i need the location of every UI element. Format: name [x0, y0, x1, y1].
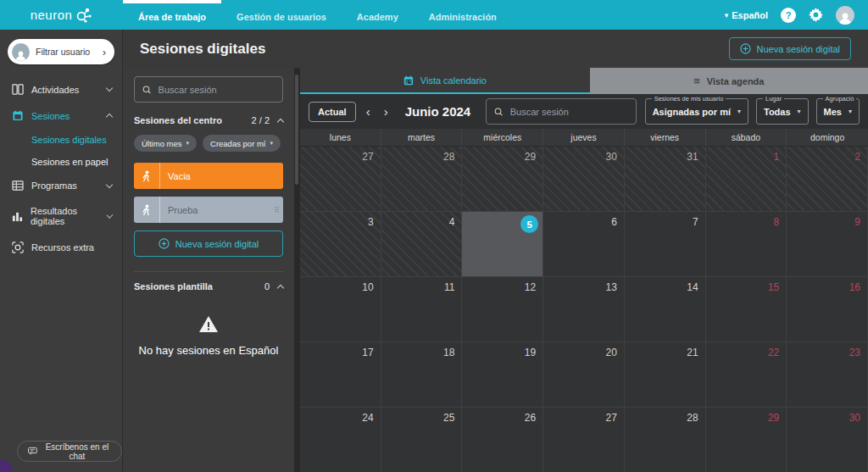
- calendar-area: Vista calendario ≡ Vista agenda Actual ‹…: [300, 68, 868, 472]
- day-number: 26: [525, 412, 536, 424]
- calendar-day-cell[interactable]: 25: [381, 408, 463, 472]
- calendar-day-cell[interactable]: 30: [787, 408, 868, 472]
- filter-dropdown-sesiones[interactable]: Sesiones de mis usuarioAsignadas por mí▾: [645, 98, 748, 125]
- top-nav-item[interactable]: Academy: [342, 0, 414, 30]
- calendar-filters: Sesiones de mis usuarioAsignadas por mí▾…: [645, 98, 860, 125]
- panel-scrollbar[interactable]: [294, 68, 300, 472]
- calendar-day-cell[interactable]: 17: [300, 342, 381, 408]
- day-number: 19: [525, 347, 536, 358]
- calendar-icon: [403, 75, 414, 86]
- calendar-day-cell[interactable]: 22: [706, 342, 787, 408]
- calendar-day-cell[interactable]: 20: [543, 342, 625, 408]
- top-nav-item[interactable]: Gestión de usuarios: [221, 0, 342, 30]
- new-digital-session-button[interactable]: Nueva sesión digital: [729, 37, 851, 60]
- sidebar-subitem-sesiones-digitales[interactable]: Sesiones digitales: [0, 129, 122, 151]
- calendar-toolbar: Actual ‹ › Junio 2024: [300, 94, 868, 129]
- session-card[interactable]: Vacia: [134, 163, 283, 189]
- calendar-day-cell[interactable]: 21: [625, 342, 706, 408]
- calendar-day-cell[interactable]: 19: [462, 342, 543, 408]
- session-search[interactable]: [134, 76, 283, 103]
- sidebar-item-label: Programas: [31, 180, 77, 191]
- top-nav-item[interactable]: Área de trabajo: [123, 0, 221, 30]
- filter-dropdown-lugar[interactable]: LugarTodas▾: [756, 98, 809, 125]
- calendar-day-cell[interactable]: 7: [625, 212, 706, 277]
- filter-dropdown-value: Mes: [824, 107, 842, 117]
- user-avatar[interactable]: [836, 6, 854, 25]
- sidebar-item-actividades[interactable]: Actividades: [0, 76, 122, 103]
- calendar-day-cell[interactable]: 10: [300, 277, 381, 342]
- chevron-right-icon: ›: [103, 46, 106, 58]
- calendar-day-cell[interactable]: 15: [706, 277, 787, 342]
- calendar-day-cell[interactable]: 8: [706, 212, 787, 277]
- calendar-day-cell: 4: [381, 212, 463, 277]
- template-sessions-header[interactable]: Sesiones plantilla 0: [134, 281, 283, 292]
- calendar-day-cell: 3: [300, 212, 381, 277]
- tab-vista-agenda[interactable]: ≡ Vista agenda: [590, 68, 868, 94]
- weekday-label: martes: [381, 129, 463, 146]
- calendar-day-cell[interactable]: 24: [300, 408, 381, 472]
- filter-dropdown-agrupació[interactable]: AgrupacióMes▾: [816, 98, 860, 125]
- gear-icon[interactable]: [809, 8, 823, 22]
- sidebar-item-sesiones[interactable]: Sesiones: [0, 103, 122, 129]
- warning-icon: [198, 315, 219, 333]
- filter-user-button[interactable]: Filtrar usuario ›: [8, 39, 114, 64]
- session-search-input[interactable]: [159, 85, 275, 95]
- sidebar-subitem-sesiones-en-papel[interactable]: Sesiones en papel: [0, 151, 122, 173]
- sidebar-item-recursos-extra[interactable]: Recursos extra: [0, 234, 122, 261]
- day-number: 4: [449, 216, 455, 228]
- sidebar-item-programas[interactable]: Programas: [0, 173, 122, 198]
- calendar-search-input[interactable]: [510, 107, 628, 117]
- plus-circle-icon: [159, 238, 170, 249]
- weekday-label: viernes: [625, 129, 706, 146]
- day-number: 5: [520, 215, 538, 233]
- calendar-day-cell[interactable]: 11: [381, 277, 463, 342]
- day-number: 27: [605, 412, 616, 424]
- day-number: 3: [368, 216, 374, 228]
- brand-logo[interactable]: neuron: [0, 0, 123, 30]
- today-button[interactable]: Actual: [309, 102, 356, 122]
- filter-chip[interactable]: Último mes▾: [134, 135, 197, 152]
- sidebar-submenu: Sesiones digitalesSesiones en papel: [0, 129, 122, 173]
- help-icon[interactable]: ?: [781, 8, 796, 23]
- chevron-down-icon: ▾: [737, 108, 741, 115]
- day-number: 17: [362, 347, 373, 358]
- calendar-day-cell-today[interactable]: 5: [462, 212, 543, 277]
- app-root: neuron Área de trabajoGestión de usuario…: [0, 0, 868, 472]
- next-month-button[interactable]: ›: [384, 105, 388, 118]
- day-number: 29: [768, 412, 779, 424]
- calendar-day-cell[interactable]: 9: [787, 212, 868, 277]
- calendar-day-cell[interactable]: 23: [787, 342, 868, 408]
- filter-dropdown-value: Todas: [764, 107, 791, 117]
- top-nav-item[interactable]: Administración: [414, 0, 512, 30]
- drag-handle-icon[interactable]: ⠿: [274, 206, 283, 214]
- chevron-down-icon: ▾: [849, 108, 852, 115]
- session-card-list: VaciaPrueba⠿: [134, 163, 283, 223]
- chat-button[interactable]: Escríbenos en el chat: [17, 441, 122, 462]
- filter-chip[interactable]: Creadas por mí▾: [203, 135, 281, 152]
- day-number: 31: [687, 151, 698, 163]
- session-card[interactable]: Prueba⠿: [134, 197, 283, 223]
- calendar-day-cell[interactable]: 28: [625, 408, 706, 472]
- calendar-day-cell[interactable]: 16: [787, 277, 868, 342]
- language-selector[interactable]: ▾ Español: [725, 10, 768, 20]
- calendar-day-cell[interactable]: 29: [706, 408, 787, 472]
- prev-month-button[interactable]: ‹: [366, 105, 370, 118]
- calendar-day-cell[interactable]: 6: [543, 212, 625, 277]
- calendar-day-cell: 27: [300, 147, 381, 212]
- programs-icon: [12, 180, 24, 191]
- calendar-day-cell[interactable]: 27: [543, 408, 625, 472]
- calendar-day-cell[interactable]: 13: [543, 277, 625, 342]
- chat-icon: [28, 447, 37, 456]
- chevron-up-icon: [277, 284, 284, 291]
- calendar-search[interactable]: [486, 98, 637, 125]
- calendar-day-cell[interactable]: 12: [462, 277, 543, 342]
- calendar-day-cell[interactable]: 14: [625, 277, 706, 342]
- calendar-day-cell[interactable]: 26: [462, 408, 543, 472]
- calendar-day-cell[interactable]: 18: [381, 342, 463, 408]
- center-sessions-header[interactable]: Sesiones del centro 2 / 2: [134, 115, 283, 125]
- person-icon: [134, 197, 160, 223]
- sidebar-item-resultados-digitales[interactable]: Resultados digitales: [0, 198, 122, 234]
- tab-vista-calendario[interactable]: Vista calendario: [300, 68, 590, 94]
- panel-new-session-button[interactable]: Nueva sesión digital: [134, 230, 283, 257]
- scrollbar-thumb[interactable]: [295, 75, 298, 185]
